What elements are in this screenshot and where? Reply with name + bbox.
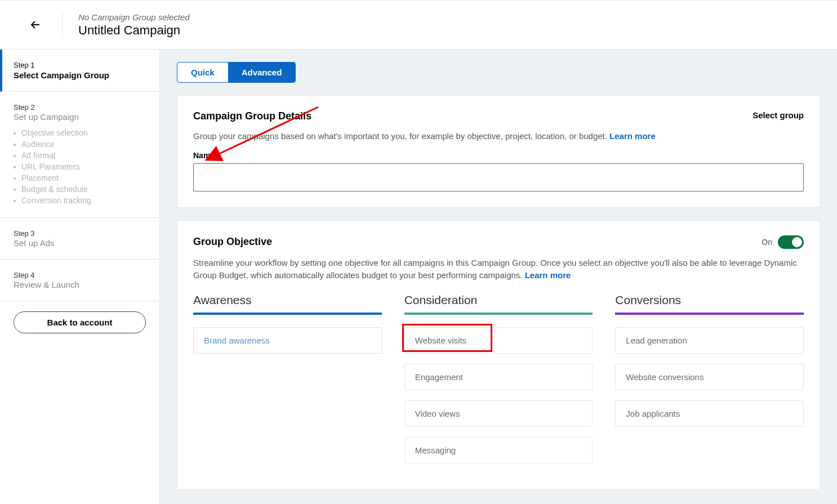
- subitem-objective-selection: Objective selection: [14, 127, 146, 139]
- objective-column-awareness: Awareness Brand awareness: [193, 293, 382, 474]
- objective-video-views[interactable]: Video views: [404, 400, 593, 427]
- step-1[interactable]: Step 1 Select Campaign Group: [0, 50, 159, 92]
- page-title: Untitled Campaign: [78, 23, 190, 38]
- objective-learn-more-link[interactable]: Learn more: [525, 270, 571, 280]
- tab-advanced[interactable]: Advanced: [228, 63, 296, 82]
- subitem-budget-schedule: Budget & schedule: [14, 184, 146, 195]
- step-number: Step 3: [14, 229, 146, 238]
- step-title: Set up Campaign: [14, 112, 146, 122]
- step-number: Step 1: [14, 61, 146, 69]
- campaign-group-name-input[interactable]: [193, 163, 804, 191]
- back-to-account-button[interactable]: Back to account: [14, 311, 146, 333]
- objective-toggle[interactable]: [778, 235, 804, 249]
- step-3[interactable]: Step 3 Set up Ads: [0, 218, 159, 260]
- breadcrumb: No Campaign Group selected: [78, 12, 190, 22]
- back-arrow-button[interactable]: [28, 17, 43, 32]
- group-objective-card: Group Objective On Streamline your workf…: [177, 220, 820, 490]
- subitem-url-parameters: URL Parameters: [14, 161, 146, 172]
- mode-tabs: Quick Advanced: [177, 62, 296, 83]
- step-number: Step 4: [14, 271, 146, 279]
- top-bar: No Campaign Group selected Untitled Camp…: [0, 0, 837, 50]
- subitem-ad-format: Ad format: [14, 150, 146, 161]
- name-label: Name: [193, 151, 804, 160]
- main-content: Quick Advanced Campaign Group Details Se…: [160, 50, 837, 504]
- step-title: Set up Ads: [14, 238, 146, 248]
- objective-column-conversions: Conversions Lead generation Website conv…: [615, 293, 804, 474]
- step-2[interactable]: Step 2 Set up Campaign Objective selecti…: [0, 92, 159, 218]
- select-group-link[interactable]: Select group: [753, 110, 804, 120]
- step-title: Review & Launch: [14, 280, 146, 289]
- details-learn-more-link[interactable]: Learn more: [609, 131, 656, 141]
- step-2-subitems: Objective selection Audience Ad format U…: [14, 127, 146, 206]
- objective-desc-text: Streamline your workflow by setting one …: [193, 258, 797, 280]
- details-desc-text: Group your campaigns based on what's imp…: [193, 131, 609, 141]
- objective-brand-awareness[interactable]: Brand awareness: [193, 327, 382, 354]
- conversions-heading: Conversions: [615, 293, 804, 315]
- step-number: Step 2: [14, 103, 146, 111]
- campaign-group-details-card: Campaign Group Details Select group Grou…: [177, 95, 820, 208]
- header-separator: [62, 12, 63, 38]
- objective-column-consideration: Consideration Website visits Engagement …: [404, 293, 593, 474]
- objective-description: Streamline your workflow by setting one …: [193, 257, 804, 282]
- details-heading: Campaign Group Details: [193, 110, 311, 122]
- arrow-left-icon: [29, 18, 42, 32]
- awareness-heading: Awareness: [193, 293, 382, 315]
- objective-job-applicants[interactable]: Job applicants: [615, 400, 804, 427]
- sidebar: Step 1 Select Campaign Group Step 2 Set …: [0, 50, 160, 504]
- objective-messaging[interactable]: Messaging: [404, 437, 593, 463]
- objective-toggle-wrap: On: [762, 235, 804, 249]
- objective-heading: Group Objective: [193, 236, 272, 248]
- toggle-label: On: [762, 238, 772, 247]
- subitem-placement: Placement: [14, 172, 146, 184]
- subitem-conversion-tracking: Conversion tracking: [14, 195, 146, 206]
- title-block: No Campaign Group selected Untitled Camp…: [78, 12, 190, 38]
- subitem-audience: Audience: [14, 139, 146, 150]
- objective-engagement[interactable]: Engagement: [404, 364, 593, 390]
- objective-website-conversions[interactable]: Website conversions: [615, 364, 804, 390]
- consideration-heading: Consideration: [404, 293, 593, 315]
- step-title: Select Campaign Group: [14, 70, 146, 80]
- objective-lead-generation[interactable]: Lead generation: [615, 327, 804, 354]
- details-description: Group your campaigns based on what's imp…: [193, 130, 804, 143]
- back-to-account-wrap: Back to account: [0, 301, 159, 344]
- objective-website-visits[interactable]: Website visits: [404, 327, 593, 354]
- step-4[interactable]: Step 4 Review & Launch: [0, 260, 159, 301]
- tab-quick[interactable]: Quick: [177, 63, 228, 82]
